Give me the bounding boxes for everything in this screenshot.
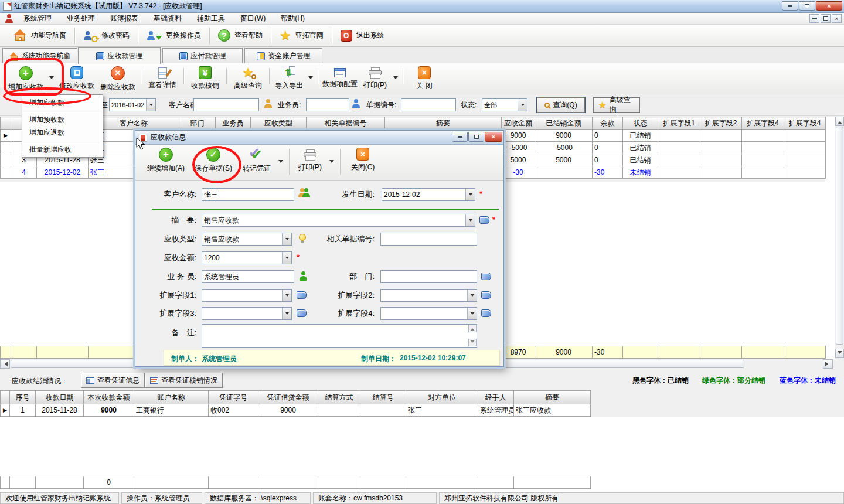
search-icon [544,103,550,108]
tab-accounts[interactable]: 资金账户管理 [244,48,322,63]
ext1-combo[interactable] [202,289,292,302]
salesman-input[interactable] [202,270,294,283]
advanced-query-filter-button[interactable]: ★高级查询 [593,97,640,113]
type-combo[interactable]: 销售应收款 [202,233,292,246]
menu-system[interactable]: 系统管理 [16,13,59,24]
delete-receivable-button[interactable]: × 删除应收款 [97,63,138,94]
exit-button[interactable]: O 退出系统 [333,26,392,45]
vertical-scrollbar[interactable] [835,117,844,359]
close-button[interactable]: × [816,1,842,11]
print-button[interactable]: 打印(P) [359,63,391,94]
scroll-left-button[interactable] [0,359,10,369]
book-icon[interactable] [479,216,489,224]
book-icon[interactable] [297,291,307,299]
switch-operator-button[interactable]: 更换操作员 [139,26,208,45]
view-writeoff-button[interactable]: 查看凭证核销情况 [145,373,223,388]
post-voucher-dropdown[interactable] [276,145,285,180]
menu-item-add-receivable[interactable]: 增加应收款 [22,96,103,109]
data-config-button[interactable]: 数据项配置 [321,63,359,94]
related-doc-input[interactable] [380,233,477,246]
menu-tools[interactable]: 辅助工具 [189,13,233,24]
dialog-footer: 制单人： 系统管理员 制单日期： 2015-12-02 10:29:07 [164,350,500,366]
view-detail-button[interactable]: 查看详情 [144,63,181,94]
occur-date-combo[interactable]: 2015-12-02 [382,188,475,201]
customer-filter-input[interactable] [193,98,259,111]
note-scroll-down[interactable] [468,339,477,346]
salesman-person-icon[interactable] [299,271,308,281]
view-voucher-button[interactable]: 查看凭证信息 [81,373,145,388]
scroll-right-button[interactable] [823,359,833,369]
status-dbserver: 数据库服务器：.\sqlexpress [205,492,311,504]
post-voucher-button[interactable]: ✔ 转记凭证 [237,145,276,180]
scroll-up-button[interactable] [835,117,844,126]
payment-row[interactable]: ▶ 1 2015-11-28 9000 工商银行 收002 9000 张三 系统… [1,404,591,417]
dialog-print-button[interactable]: 打印(P) [293,145,327,180]
status-operator: 操作员：系统管理员 [121,492,202,504]
edit-receivable-button[interactable]: 修改应收款 [56,63,97,94]
tab-receivables[interactable]: 应收款管理 [78,47,161,64]
import-export-dropdown[interactable] [306,63,315,94]
nav-window-button[interactable]: 功能导航窗 [6,26,73,45]
col-selector[interactable] [1,117,11,130]
restore-button[interactable] [799,1,815,11]
book-icon[interactable] [481,309,491,317]
minimize-button[interactable] [782,1,798,11]
salesman-filter-input[interactable] [306,98,349,111]
home-icon [13,29,27,42]
continue-add-button[interactable]: + 继续增加(A) [142,145,189,180]
change-password-button[interactable]: 修改密码 [76,26,137,45]
print-dropdown[interactable] [391,63,400,94]
import-export-button[interactable]: ⇅ 导入导出 [272,63,306,94]
website-button[interactable]: ★ 亚拓官网 [273,26,331,45]
menu-help[interactable]: 帮助(H) [273,13,312,24]
add-receivable-button[interactable]: + 增加应收款 [5,63,47,94]
add-receivable-dropdown[interactable] [47,63,56,94]
vscroll-thumb[interactable] [836,127,843,345]
customer-input[interactable] [202,188,294,201]
delete-icon: × [111,66,125,80]
advanced-query-button[interactable]: ★ 高级查询 [229,63,267,94]
dialog-print-dropdown[interactable] [327,145,336,180]
dialog-close-button[interactable]: × [485,132,502,142]
close-tab-button[interactable]: × 关 闭 [406,63,443,94]
docno-filter-input[interactable] [401,98,456,111]
save-document-button[interactable]: ✓ 保存单据(S) [189,145,237,180]
ext4-combo[interactable] [380,307,477,320]
receipt-writeoff-button[interactable]: ¥ 收款核销 [186,63,224,94]
menu-window[interactable]: 窗口(W) [233,13,273,24]
col-selector[interactable] [1,391,10,404]
help-button[interactable]: ? 查看帮助 [211,26,270,45]
dialog-close-doc-button[interactable]: × 关闭(C) [344,145,382,180]
ext2-combo[interactable] [380,289,477,302]
mdi-restore-button[interactable] [821,14,831,23]
dept-input[interactable] [380,270,477,283]
mdi-minimize-button[interactable] [809,14,819,23]
menu-reports[interactable]: 账簿报表 [103,13,146,24]
menu-business[interactable]: 业务处理 [59,13,103,24]
amount-combo[interactable]: 1200 [202,251,292,264]
scroll-down-button[interactable] [835,349,844,358]
note-scroll-up[interactable] [468,325,477,332]
book-icon[interactable] [297,309,307,317]
customers-people-icon[interactable] [298,188,311,199]
summary-combo[interactable]: 销售应收款 [202,214,475,227]
menu-item-add-refund[interactable]: 增加应退款 [22,126,103,139]
book-icon[interactable] [481,291,491,299]
query-button[interactable]: 查询(Q) [537,97,585,113]
bulb-icon[interactable] [299,234,306,241]
note-textarea[interactable] [202,324,477,348]
settle-label: 应收款结消情况： [12,376,68,386]
dialog-minimize-button[interactable] [452,132,468,142]
tab-system-nav[interactable]: 系统功能导航窗 [2,48,77,63]
ext3-combo[interactable] [202,307,292,320]
menu-item-add-prereceipt[interactable]: 增加预收款 [22,113,103,126]
menu-item-batch-add[interactable]: 批量新增应收 [22,143,103,156]
menu-basedata[interactable]: 基础资料 [146,13,189,24]
mdi-close-button[interactable]: × [832,14,842,23]
dialog-restore-button[interactable] [468,132,484,142]
status-filter-combo[interactable]: 全部 [482,98,528,111]
book-icon[interactable] [481,273,491,280]
dialog-title-bar: 应收款信息 [135,131,503,145]
date-to-combo[interactable]: 2016-01-02 [109,98,156,111]
tab-payables[interactable]: 应付款管理 [162,48,243,63]
